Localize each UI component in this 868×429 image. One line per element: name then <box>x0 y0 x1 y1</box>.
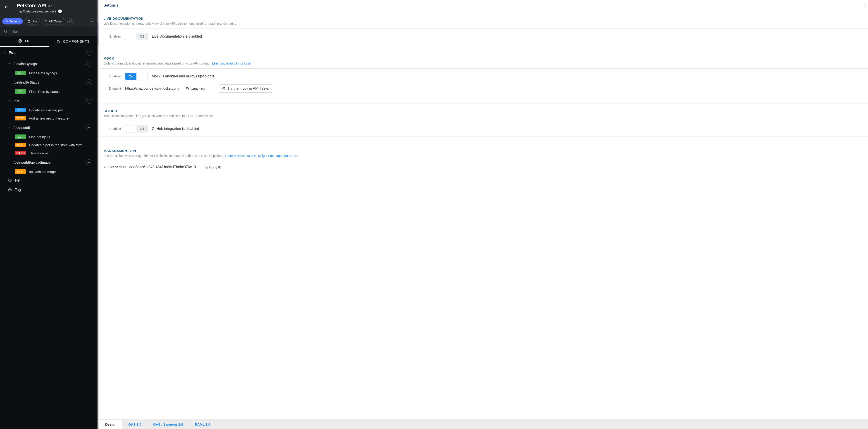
svg-point-4 <box>71 22 71 23</box>
mock-toggle[interactable]: On Off <box>125 73 148 80</box>
caret-down-icon <box>8 161 12 163</box>
mock-learn-more-text: Learn more about mocks <box>212 62 247 65</box>
tab-api-label: API <box>25 39 31 43</box>
settings-button[interactable]: Settings <box>2 18 23 25</box>
try-mock-button[interactable]: Try the mock in API Tester <box>219 85 273 93</box>
tree-schema[interactable]: Pet <box>0 176 97 185</box>
tree-path-header[interactable]: /pet/findByTags <box>0 58 97 69</box>
copy-id-button[interactable]: Copy ID <box>205 165 221 169</box>
svg-point-1 <box>45 20 47 23</box>
main-panel: Settings LIVE DOCUMENTATION Live Documen… <box>99 0 868 429</box>
svg-point-27 <box>223 87 225 90</box>
toggle-on-half: On <box>125 33 136 40</box>
add-operation-button[interactable] <box>86 61 92 66</box>
add-button[interactable] <box>89 18 95 25</box>
api-url: http://petstore.swagger.io/v2 <box>17 9 56 13</box>
api-tab-icon <box>18 39 22 43</box>
copy-icon <box>186 87 189 90</box>
operation-summary: Updates a pet in the store with form… <box>29 143 86 147</box>
tree-operation[interactable]: PUT Update an existing pet <box>0 106 97 114</box>
mock-status: Mock is enabled and always up-to-date <box>152 74 215 78</box>
caret-down-icon <box>8 81 12 83</box>
tree-path-header[interactable]: /pet/findByStatus <box>0 77 97 87</box>
api-title: Petstore API <box>17 3 46 9</box>
more-menu-button[interactable] <box>862 0 868 11</box>
tree-path-header[interactable]: /pet <box>0 95 97 106</box>
svg-line-5 <box>70 21 71 21</box>
live-doc-toggle[interactable]: On Off <box>125 33 148 40</box>
add-path-button[interactable] <box>86 50 92 56</box>
sidebar: Petstore API 4.1.0 http://petstore.swagg… <box>0 0 97 429</box>
section-title: MOCK <box>103 56 864 60</box>
svg-line-25 <box>249 63 250 64</box>
filter-bar <box>0 27 97 36</box>
bottom-tab[interactable]: RAML 1.0 <box>189 420 216 429</box>
mgmt-learn-more-link[interactable]: Learn more about API Designer management… <box>225 154 298 158</box>
tree-operation[interactable]: GET Finds Pets by tags <box>0 69 97 77</box>
page-title: Settings <box>99 0 862 11</box>
enabled-label: Enabled <box>103 74 121 78</box>
bottom-tab[interactable]: Design <box>99 420 122 429</box>
link-button[interactable]: Link <box>25 18 40 25</box>
add-operation-button[interactable] <box>86 98 92 104</box>
mgmt-desc-text: Use the ID below to manage this API defi… <box>103 154 225 158</box>
bottom-tab[interactable]: OAS 3.0 <box>122 420 147 429</box>
api-tester-button[interactable]: API Tester <box>42 18 65 25</box>
tree-operation[interactable]: GET Find pet by ID <box>0 133 97 141</box>
copy-id-label: Copy ID <box>209 165 221 169</box>
tree-path-header[interactable]: /pet/{petId} <box>0 122 97 133</box>
svg-point-3 <box>69 21 70 22</box>
cube-icon <box>8 179 12 182</box>
api-version: 4.1.0 <box>49 4 56 8</box>
svg-line-10 <box>6 32 7 33</box>
section-desc: Calls to the mock endpoint return simula… <box>103 62 864 65</box>
mock-desc-text: Calls to the mock endpoint return simula… <box>103 62 212 65</box>
add-operation-button[interactable] <box>86 124 92 130</box>
tab-components-label: COMPONENTS <box>63 39 90 43</box>
tab-components[interactable]: COMPONENTS <box>49 36 98 47</box>
share-button[interactable] <box>67 18 73 25</box>
tree-operation[interactable]: DELETE Deletes a pet <box>0 149 97 157</box>
api-tree[interactable]: Pet /pet/findByTags GET Finds Pets by ta… <box>0 47 97 429</box>
bottom-tab[interactable]: OAS / Swagger 2.0 <box>147 420 189 429</box>
github-toggle[interactable]: On Off <box>125 125 148 132</box>
tree-path-label: /pet/findByStatus <box>13 80 86 84</box>
back-column <box>0 0 13 16</box>
method-badge-delete: DELETE <box>15 151 26 155</box>
filter-input[interactable] <box>10 30 94 33</box>
back-arrow-icon[interactable] <box>4 4 9 9</box>
search-icon <box>4 29 8 33</box>
sidebar-topstrip: Petstore API 4.1.0 http://petstore.swagg… <box>0 0 97 16</box>
pane-drag-handle[interactable] <box>97 0 99 429</box>
svg-rect-26 <box>187 88 189 90</box>
mock-learn-more-link[interactable]: Learn more about mocks <box>212 62 251 65</box>
cube-icon <box>8 188 12 192</box>
external-link-icon <box>295 155 298 157</box>
method-badge-get: GET <box>15 134 26 139</box>
operation-summary: uploads an image <box>29 170 56 174</box>
settings-button-label: Settings <box>9 20 20 23</box>
operation-summary: Deletes a pet <box>29 151 49 155</box>
tree-schema[interactable]: Tag <box>0 185 97 195</box>
svg-rect-12 <box>57 40 59 43</box>
add-operation-button[interactable] <box>86 79 92 85</box>
section-desc: Live Documentation is a read-only view o… <box>103 22 864 25</box>
plus-icon <box>91 20 93 23</box>
tree-operation[interactable]: GET Finds Pets by status <box>0 87 97 95</box>
tree-operation[interactable]: POST Updates a pet in the store with for… <box>0 141 97 149</box>
enabled-label: Enabled <box>103 127 121 131</box>
add-operation-button[interactable] <box>86 159 92 165</box>
copy-url-button[interactable]: Copy URL <box>186 87 206 91</box>
main-scroll[interactable]: LIVE DOCUMENTATION Live Documentation is… <box>99 11 868 420</box>
method-badge-post: POST <box>15 143 26 147</box>
tab-api[interactable]: API <box>0 36 49 47</box>
tree-operation[interactable]: POST uploads an image <box>0 167 97 176</box>
copy-url-label: Copy URL <box>190 87 206 91</box>
mock-endpoint-value: https://cmtcpgj.us.api-mocks.com <box>125 87 182 91</box>
tree-operation[interactable]: POST Add a new pet to the store <box>0 114 97 122</box>
tree-path-header[interactable]: /pet/{petId}/uploadImage <box>0 157 97 167</box>
endpoint-label: Endpoint <box>103 87 121 90</box>
tree-group-header[interactable]: Pet <box>0 47 97 58</box>
info-icon[interactable]: i <box>58 9 62 13</box>
link-button-label: Link <box>32 20 37 23</box>
